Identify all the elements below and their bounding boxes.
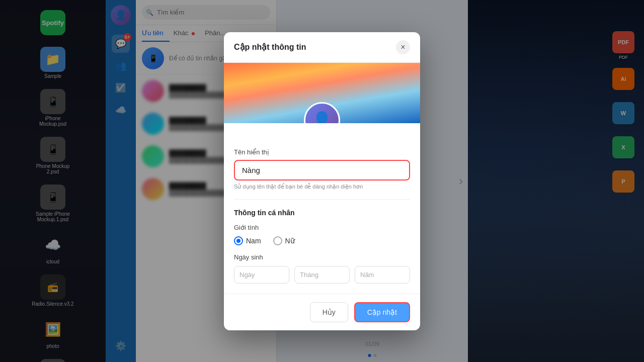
modal-close-button[interactable]: ×: [396, 40, 410, 54]
display-name-hint: Sử dụng tên thật để bạn bè dễ dàng nhận …: [234, 184, 410, 190]
gender-nu[interactable]: Nữ: [273, 236, 295, 245]
gender-label: Giới tính: [234, 224, 410, 231]
update-button[interactable]: Cập nhật: [354, 302, 410, 322]
update-info-modal: Cập nhật thông tin × 👤 📷 Tên hiển thị S: [224, 32, 420, 330]
modal-body: Tên hiển thị Sử dụng tên thật để bạn bè …: [224, 123, 420, 294]
desktop: Spotify 📁 Sample 📱 iPhoneMockup.psd 📱 Ph…: [0, 0, 644, 362]
avatar-wrapper: 👤 📷: [304, 102, 340, 123]
user-avatar[interactable]: 👤 📷: [304, 102, 340, 123]
modal-title: Cập nhật thông tin: [234, 42, 306, 52]
modal-overlay: Cập nhật thông tin × 👤 📷 Tên hiển thị S: [0, 0, 644, 362]
display-name-label: Tên hiển thị: [234, 148, 410, 156]
divider-1: [234, 199, 410, 200]
dob-month-select[interactable]: Tháng: [294, 266, 350, 284]
display-name-input[interactable]: [234, 160, 410, 180]
radio-nu-label: Nữ: [285, 237, 295, 245]
cancel-button[interactable]: Hủy: [310, 302, 348, 322]
dob-label: Ngày sinh: [234, 253, 410, 261]
radio-nam-circle: [234, 236, 243, 245]
gender-radio-group: Nam Nữ: [234, 236, 410, 245]
personal-info-title: Thông tin cá nhân: [234, 209, 410, 217]
dob-row: Ngày Tháng Năm: [234, 266, 410, 284]
dob-year-select[interactable]: Năm: [355, 266, 410, 284]
radio-nu-circle: [273, 236, 282, 245]
dob-day-select[interactable]: Ngày: [234, 266, 289, 284]
gender-nam[interactable]: Nam: [234, 236, 261, 245]
modal-footer: Hủy Cập nhật: [224, 294, 420, 330]
radio-nam-label: Nam: [246, 237, 261, 245]
modal-banner: 👤 📷: [224, 63, 420, 123]
modal-header: Cập nhật thông tin ×: [224, 32, 420, 63]
